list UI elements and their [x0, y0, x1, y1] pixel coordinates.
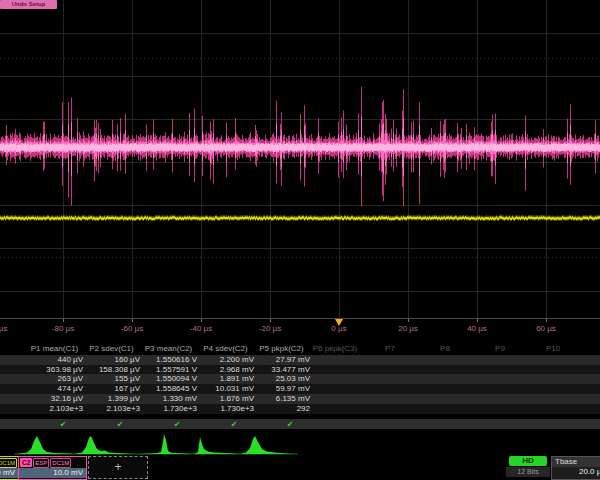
c1-coupling-badge: DC1M [0, 458, 17, 468]
param-header-P1[interactable]: P1 mean(C1) [26, 344, 83, 354]
time-axis-tick [408, 319, 409, 322]
param-histicons[interactable] [0, 432, 600, 456]
c2-channel-badge: C2 [20, 458, 32, 467]
param-status-icon-P2: ✔ [117, 419, 124, 430]
param-header-P10[interactable]: P10 [518, 344, 588, 354]
time-axis-label: -20 µs [259, 324, 281, 333]
time-axis-label: 40 µs [467, 324, 487, 333]
oscilloscope-screen: Undo Setup -100 µs-80 µs-60 µs-40 µs-20 … [0, 0, 600, 480]
param-value-P5: 27.97 mV [230, 355, 310, 365]
bottom-toolbar: DC1M 10.0 mV C2 ESP DC1M 10.0 mV + HD 12… [0, 456, 600, 480]
add-trace-button[interactable]: + [88, 456, 148, 479]
table-row-strip [0, 419, 600, 429]
param-status-icon-P5: ✔ [287, 419, 294, 430]
param-value-P5: 33.477 mV [230, 365, 310, 375]
channel-c1-descriptor[interactable]: DC1M 10.0 mV [0, 456, 19, 480]
hd-mode-badge[interactable]: HD [509, 456, 547, 466]
param-value-P5: 292 [230, 404, 310, 414]
param-value-P5: 59.97 mV [230, 384, 310, 394]
param-header-P2[interactable]: P2 sdev(C1) [83, 344, 140, 354]
channel-c2-descriptor[interactable]: C2 ESP DC1M 10.0 mV [18, 456, 87, 480]
c1-scale-value: 10.0 mV [0, 468, 18, 478]
param-status-icon-P4: ✔ [231, 419, 238, 430]
undo-setup-button[interactable]: Undo Setup [0, 0, 57, 9]
trigger-position-marker[interactable] [335, 319, 343, 326]
adc-bits-label: 12 Bits [506, 467, 550, 477]
param-header-P3[interactable]: P3 mean(C2) [140, 344, 197, 354]
time-axis-tick [477, 319, 478, 322]
param-status-icon-P1: ✔ [60, 419, 67, 430]
param-status-icon-P3: ✔ [174, 419, 181, 430]
param-value-P5: 25.03 mV [230, 374, 310, 384]
timebase-descriptor[interactable]: Tbase 20.0 µs [551, 456, 600, 480]
param-value-P5: 6.135 mV [230, 394, 310, 404]
waveform-grid[interactable] [0, 0, 600, 318]
time-axis-label: -60 µs [121, 324, 143, 333]
time-axis-tick [63, 319, 64, 322]
time-axis-label: 60 µs [536, 324, 556, 333]
measurement-table: P1 mean(C1)440 µV363.98 µV263 µV474 µV32… [0, 338, 600, 432]
hd-mode-group[interactable]: HD 12 Bits [506, 456, 550, 478]
timebase-label: Tbase [552, 457, 600, 467]
time-axis-tick [270, 319, 271, 322]
time-axis-label: -80 µs [52, 324, 74, 333]
time-axis-label: -40 µs [190, 324, 212, 333]
time-axis-tick [546, 319, 547, 322]
time-axis-label: -100 µs [0, 324, 7, 333]
time-axis-tick [132, 319, 133, 322]
c2-coupling-badge: DC1M [50, 458, 71, 468]
c2-scale-value: 10.0 mV [19, 468, 86, 478]
timebase-scale-value: 20.0 µs [552, 467, 600, 477]
time-axis-label: 20 µs [398, 324, 418, 333]
param-header-P4[interactable]: P4 sdev(C2) [197, 344, 254, 354]
c2-esp-badge: ESP [33, 458, 49, 468]
time-axis-tick [201, 319, 202, 322]
time-axis: -100 µs-80 µs-60 µs-40 µs-20 µs0 µs20 µs… [0, 318, 600, 339]
